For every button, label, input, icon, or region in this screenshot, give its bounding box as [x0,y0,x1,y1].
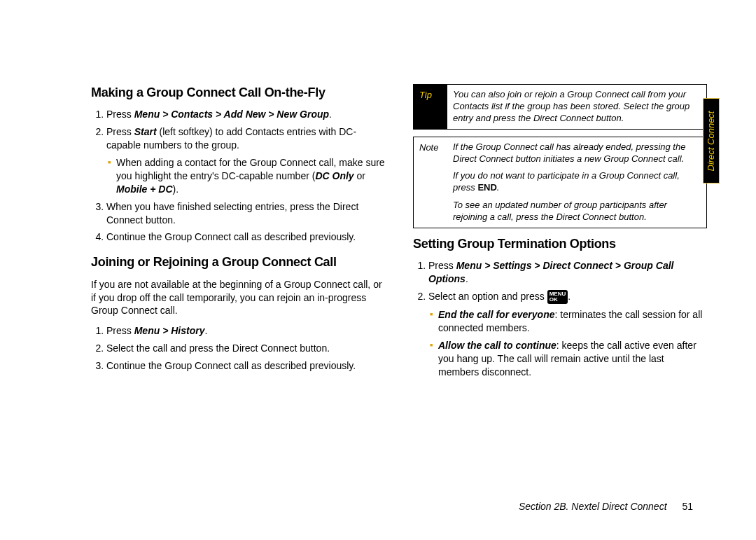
note-body: If the Group Connect call has already en… [447,137,706,228]
note-box: Note If the Group Connect call has alrea… [413,137,707,228]
step-4: Continue the Group Connect call as descr… [106,230,385,244]
heading-termination: Setting Group Termination Options [413,235,707,252]
join-step-3: Continue the Group Connect call as descr… [106,359,385,373]
footer-section: Section 2B. Nextel Direct Connect [519,501,667,512]
steps-joining: Press Menu > History. Select the call an… [91,324,385,373]
option-allow: Allow the call to continue: keeps the ca… [438,339,707,379]
menu-ok-key-icon: MENUOK [547,290,568,304]
step-2-note: When adding a contact for the Group Conn… [116,156,385,196]
step-2: Press Start (left softkey) to add Contac… [106,125,385,195]
joining-intro: If you are not available at the beginnin… [91,278,385,318]
side-tab-label: Direct Connect [706,111,717,171]
tip-label: Tip [414,85,447,129]
left-column: Making a Group Connect Call On-the-Fly P… [91,84,385,389]
page-content: Making a Group Connect Call On-the-Fly P… [0,0,756,417]
tip-box: Tip You can also join or rejoin a Group … [413,84,707,130]
heading-joining: Joining or Rejoining a Group Connect Cal… [91,254,385,270]
note-p2: If you do not want to participate in a G… [453,170,701,194]
steps-termination: Press Menu > Settings > Direct Connect >… [413,259,707,379]
step-3: When you have finished selecting entries… [106,200,385,227]
term-step-2: Select an option and press MENUOK. End t… [428,290,707,379]
note-p3: To see an updated number of group partic… [453,200,701,223]
right-column: Tip You can also join or rejoin a Group … [413,84,707,389]
page-footer: Section 2B. Nextel Direct Connect 51 [519,501,693,512]
step-1: Press Menu > Contacts > Add New > New Gr… [106,108,385,121]
side-tab: Direct Connect [703,98,720,184]
note-label: Note [414,137,447,228]
join-step-1: Press Menu > History. [106,324,385,338]
tip-body: You can also join or rejoin a Group Conn… [447,85,706,129]
heading-making-group-call: Making a Group Connect Call On-the-Fly [91,84,385,101]
term-step-1: Press Menu > Settings > Direct Connect >… [428,259,707,286]
note-p1: If the Group Connect call has already en… [453,141,701,165]
steps-making: Press Menu > Contacts > Add New > New Gr… [91,108,385,244]
join-step-2: Select the call and press the Direct Con… [106,342,385,355]
option-end: End the call for everyone: terminates th… [438,308,707,335]
page-number: 51 [682,501,693,512]
